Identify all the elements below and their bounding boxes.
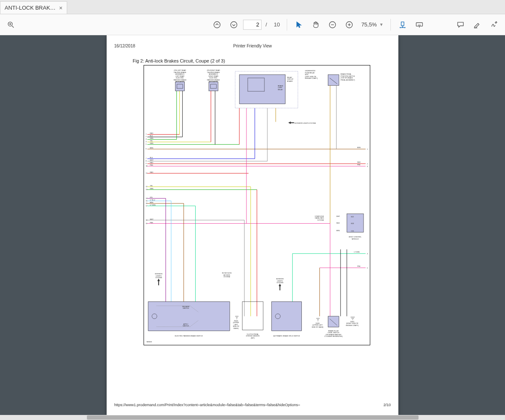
svg-text:WHT: WHT <box>150 159 154 161</box>
footer-page-number: 2/10 <box>383 403 391 407</box>
svg-text:5: 5 <box>367 267 368 269</box>
svg-text:19: 19 <box>146 223 147 224</box>
page-number-input[interactable] <box>243 20 262 30</box>
chevron-down-icon: ▼ <box>379 22 384 27</box>
svg-point-4 <box>214 21 220 28</box>
svg-text:(ON RIGHT REARCALIPER BRAKEASS: (ON RIGHT REARCALIPER BRAKEASSEMBLY)RIGH… <box>207 70 220 83</box>
document-viewport[interactable]: 16/12/2018 Printer Friendly View Fig 2: … <box>0 35 505 420</box>
hand-tool-icon[interactable] <box>308 17 323 32</box>
select-tool-icon[interactable] <box>291 17 306 32</box>
svg-text:1: 1 <box>146 133 147 135</box>
svg-text:7: 7 <box>146 158 147 159</box>
svg-text:LT GRN: LT GRN <box>150 204 156 206</box>
zoom-tool-icon[interactable] <box>3 17 18 32</box>
svg-text:3: 3 <box>146 138 147 140</box>
svg-text:18: 18 <box>146 219 147 221</box>
svg-text:G504(UPPERLEFTSIDE OFDASH): G504(UPPERLEFTSIDE OFDASH) <box>233 320 240 329</box>
close-icon[interactable]: × <box>59 5 63 11</box>
svg-text:4: 4 <box>146 141 147 143</box>
svg-text:5: 5 <box>146 143 147 145</box>
page-total: 10 <box>271 21 282 28</box>
svg-text:INTERIORLIGHTSSYSTEM: INTERIORLIGHTSSYSTEM <box>155 273 162 279</box>
svg-text:9: 9 <box>146 163 147 164</box>
svg-text:G503(UPPER LEFTSIDE OF DASH): G503(UPPER LEFTSIDE OF DASH) <box>312 323 324 328</box>
scrollbar-thumb[interactable] <box>87 415 419 420</box>
svg-text:BRAKE PEDALPOSITION SWITCH(TOP: BRAKE PEDALPOSITION SWITCH(TOP OF BRAKEP… <box>340 73 355 81</box>
keyboard-icon[interactable] <box>412 17 427 32</box>
page-up-icon[interactable] <box>209 17 225 32</box>
svg-line-1 <box>12 26 14 27</box>
svg-text:WHT: WHT <box>150 219 154 220</box>
svg-text:16: 16 <box>146 203 147 204</box>
svg-text:4: 4 <box>367 253 368 255</box>
svg-rect-156 <box>328 316 339 327</box>
svg-text:17: 17 <box>146 205 147 207</box>
svg-text:BRN: BRN <box>336 230 340 232</box>
svg-text:RELEASESWITCH: RELEASESWITCH <box>182 306 190 310</box>
svg-text:RED: RED <box>150 133 153 134</box>
svg-text:3: 3 <box>367 166 368 167</box>
svg-text:GRN: GRN <box>150 138 154 139</box>
svg-rect-22 <box>175 82 185 91</box>
svg-text:13: 13 <box>146 189 147 190</box>
svg-text:GRN: GRN <box>150 143 154 144</box>
sign-icon[interactable] <box>487 17 502 32</box>
svg-text:PNK: PNK <box>150 164 153 166</box>
svg-text:GRN: GRN <box>150 188 154 190</box>
svg-text:BRAKE FLUIDLEVEL SWITCH(ON BRA: BRAKE FLUIDLEVEL SWITCH(ON BRAKE MASTERC… <box>324 330 343 338</box>
document-tab[interactable]: ANTI-LOCK BRAKE... × <box>0 1 67 14</box>
svg-text:2: 2 <box>367 163 368 165</box>
comment-icon[interactable] <box>453 17 468 32</box>
svg-text:ELECTRIC PARKING BRAKE SWITCH: ELECTRIC PARKING BRAKE SWITCH <box>175 335 203 337</box>
svg-text:989698: 989698 <box>147 341 152 343</box>
fit-width-icon[interactable] <box>395 17 410 32</box>
wiring-diagram: .lbl{font:4.3px Arial;fill:#333} .lbls{f… <box>144 65 370 345</box>
svg-rect-152 <box>272 302 302 331</box>
svg-text:COMPUTERDATA LINESSYSTEM: COMPUTERDATA LINESSYSTEM <box>315 216 324 221</box>
figure-title: Fig 2: Anti-lock Brakes Circuit, Coupe (… <box>133 58 391 63</box>
svg-text:8: 8 <box>146 160 147 162</box>
svg-text:PNK: PNK <box>357 164 361 166</box>
zoom-in-icon[interactable] <box>342 17 357 32</box>
svg-text:BRN: BRN <box>150 202 153 203</box>
svg-text:UNDERHOODFUSE/RELAYBOX(LEFT SI: UNDERHOODFUSE/RELAYBOX(LEFT SIDE OFENGIN… <box>305 70 318 79</box>
svg-text:BRN: BRN <box>150 147 153 149</box>
page-down-icon[interactable] <box>226 17 241 32</box>
svg-point-5 <box>230 21 237 28</box>
svg-text:6: 6 <box>146 148 147 150</box>
svg-text:B23: B23 <box>351 223 354 224</box>
tab-title: ANTI-LOCK BRAKE... <box>5 5 56 11</box>
svg-text:AUTOMATIC BRAKE HOLD SWITCH: AUTOMATIC BRAKE HOLD SWITCH <box>273 335 300 337</box>
pdf-page: 16/12/2018 Printer Friendly View Fig 2: … <box>107 35 398 415</box>
svg-text:LT BLU: LT BLU <box>150 199 155 201</box>
svg-text:EXTERIOR LIGHTS SYSTEM: EXTERIOR LIGHTS SYSTEM <box>295 123 316 124</box>
svg-text:CLUTCH PEDALSTROKE SENSOR(M/T): CLUTCH PEDALSTROKE SENSOR(M/T) <box>246 334 260 339</box>
svg-text:15: 15 <box>146 200 147 202</box>
svg-text:BLK: BLK <box>150 135 153 137</box>
svg-text:RELAYCIRCUITBOARD: RELAYCIRCUITBOARD <box>287 77 294 82</box>
svg-text:INTERIORLIGHTSSYSTEM: INTERIORLIGHTSSYSTEM <box>276 278 284 284</box>
svg-text:12: 12 <box>146 186 147 188</box>
zoom-out-icon[interactable] <box>325 17 340 32</box>
svg-text:11: 11 <box>146 172 147 174</box>
svg-text:APPLYSWITCH: APPLYSWITCH <box>183 323 189 327</box>
footer-url: https://www1.prodemand.com/Print/Index?c… <box>114 403 300 407</box>
horizontal-scrollbar[interactable] <box>0 415 505 420</box>
zoom-level-select[interactable]: 75,5% ▼ <box>358 20 387 29</box>
svg-text:2: 2 <box>146 136 147 138</box>
svg-text:RED: RED <box>150 172 153 173</box>
highlight-icon[interactable] <box>470 17 485 32</box>
svg-text:RED: RED <box>150 162 153 164</box>
toolbar: / 10 75,5% ▼ <box>0 14 505 35</box>
page-header-view: Printer Friendly View <box>233 44 272 48</box>
svg-text:PNK: PNK <box>357 266 361 267</box>
svg-text:RED: RED <box>357 162 361 163</box>
svg-text:YEL: YEL <box>150 185 153 187</box>
zoom-value: 75,5% <box>361 21 377 28</box>
svg-text:14: 14 <box>146 198 147 199</box>
svg-rect-25 <box>209 82 218 91</box>
svg-text:BODY CONTROLMODULE: BODY CONTROLMODULE <box>349 236 361 240</box>
svg-text:PNK: PNK <box>150 222 153 224</box>
tab-bar: ANTI-LOCK BRAKE... × <box>0 0 505 14</box>
svg-text:B22: B22 <box>351 216 354 218</box>
